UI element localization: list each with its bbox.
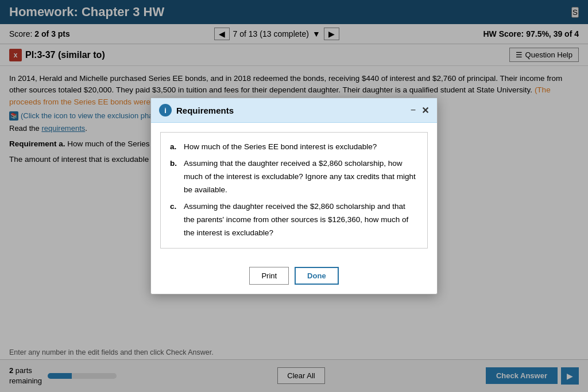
modal-requirement-item: a.How much of the Series EE bond interes… [170, 141, 418, 154]
req-letter: a. [170, 141, 179, 154]
req-letter: c. [170, 200, 179, 240]
modal-footer: Print Done [151, 267, 437, 294]
modal-requirement-item: c.Assuming the daughter received the $2,… [170, 200, 418, 240]
modal-body: a.How much of the Series EE bond interes… [151, 123, 437, 267]
modal-requirement-item: b.Assuming that the daughter received a … [170, 157, 418, 197]
modal-done-button[interactable]: Done [295, 267, 339, 285]
req-text: Assuming that the daughter received a $2… [184, 157, 418, 197]
modal-minimize-button[interactable]: − [411, 105, 416, 115]
modal-requirements-list: a.How much of the Series EE bond interes… [160, 132, 428, 249]
modal-header-left: i Requirements [159, 104, 234, 117]
modal-overlay: i Requirements − ✕ a.How much of the Ser… [0, 0, 588, 392]
modal-title: Requirements [176, 106, 234, 115]
modal-header: i Requirements − ✕ [151, 98, 437, 123]
req-letter: b. [170, 157, 179, 197]
requirements-modal: i Requirements − ✕ a.How much of the Ser… [150, 98, 438, 294]
modal-print-button[interactable]: Print [249, 267, 289, 285]
modal-header-controls: − ✕ [411, 105, 429, 116]
req-text: Assuming the daughter received the $2,86… [184, 200, 418, 240]
req-text: How much of the Series EE bond interest … [184, 141, 377, 154]
modal-close-button[interactable]: ✕ [421, 105, 429, 116]
info-icon: i [159, 104, 172, 117]
